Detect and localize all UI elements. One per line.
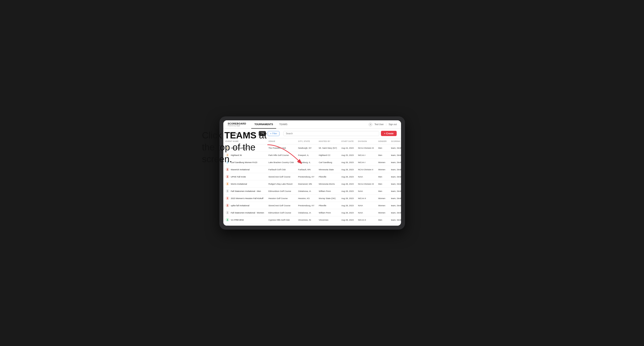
division-cell: NAIA (356, 173, 376, 180)
event-cell: Fall Statesmen Invitational - Women (226, 211, 264, 214)
event-name-text: Maverick Invitational (231, 168, 250, 171)
nav-tournaments[interactable]: TOURNAMENTS (251, 120, 276, 129)
col-scoring: SCORING (389, 139, 401, 144)
gender-cell: Men (376, 144, 389, 152)
gender-cell: Men (376, 173, 389, 180)
event-icon (226, 196, 230, 200)
division-cell: NICAA II (356, 195, 376, 202)
division-cell: NCAA Division II (356, 166, 376, 173)
gender-cell: Men (376, 152, 389, 159)
event-cell: 2023 Women's Hesston Fall Kickoff (226, 196, 264, 200)
nav-teams[interactable]: TEAMS (276, 120, 290, 129)
scoring-cell: team, Stroke Play (389, 195, 401, 202)
event-cell: Fall Statesmen Invitational - Men (226, 189, 264, 193)
hosted-by-cell: William Penn (316, 187, 339, 195)
event-name-cell: Fall Statesmen Invitational - Men (223, 187, 266, 195)
hosted-by-cell: Mt. Saint Mary (NY) (316, 144, 339, 152)
gender-cell: Women (376, 159, 389, 166)
gender-cell: Women (376, 223, 389, 226)
event-icon (226, 189, 230, 193)
gender-cell: Women (376, 202, 389, 209)
city-state-cell: Prestonsburg, KY (296, 173, 316, 180)
division-cell: NICAA I (356, 159, 376, 166)
brand-subtitle: Powered by clippit (228, 125, 246, 127)
start-date-cell: Aug 28, 2023 (339, 166, 356, 173)
svg-point-8 (227, 197, 228, 198)
division-cell: NICAA I (356, 223, 376, 226)
svg-point-9 (227, 204, 228, 205)
division-cell: NICAA I (356, 152, 376, 159)
brand-title: SCOREBOARD (228, 122, 246, 125)
hosted-by-cell: Vincennes (316, 216, 339, 223)
start-date-cell: Aug 26, 2023 (339, 159, 356, 166)
event-cell: Klash at Kokopelli (226, 225, 264, 226)
col-start-date: START DATE (339, 139, 356, 144)
division-cell: NCAA Division III (356, 144, 376, 152)
event-cell: upike fall invitational (226, 203, 264, 207)
table-row: 2023 Women's Hesston Fall Kickoff Hessto… (223, 195, 401, 202)
hosted-by-cell: Minnesota-Morris (316, 180, 339, 187)
top-nav: SCOREBOARD Powered by clippit TOURNAMENT… (223, 120, 401, 129)
scoring-cell: team, Stroke Play (389, 216, 401, 223)
event-name-cell: Fall Statesmen Invitational - Women (223, 209, 266, 216)
start-date-cell: Aug 28, 2023 (339, 180, 356, 187)
gender-cell: Women (376, 166, 389, 173)
scoring-cell: team, Stroke Play (389, 223, 401, 226)
division-cell: NAIA (356, 202, 376, 209)
svg-point-5 (227, 176, 228, 176)
event-icon (226, 225, 230, 226)
division-cell: NAIA (356, 209, 376, 216)
search-input[interactable] (283, 131, 379, 136)
event-icon (226, 182, 230, 186)
gender-cell: Men (376, 180, 389, 187)
event-name-cell: Maverick Invitational (223, 166, 266, 173)
scoring-cell: team, Stroke Play (389, 166, 401, 173)
event-icon (226, 168, 230, 171)
table-row: UPKE Fall Invite StoneCrest Golf CourseP… (223, 173, 401, 180)
event-name-text: UPKE Fall Invite (231, 175, 246, 178)
event-cell: Maverick Invitational (226, 168, 264, 171)
venue-cell: Cypress Hills Golf Club (266, 216, 296, 223)
nav-links: TOURNAMENTS TEAMS (251, 120, 369, 129)
hosted-by-cell: Carl Sandburg (316, 159, 339, 166)
event-name-text: Morris Invitational (231, 183, 247, 185)
hosted-by-cell: Minnesota State (316, 166, 339, 173)
brand: SCOREBOARD Powered by clippit (228, 122, 246, 127)
division-cell: NAIA (356, 187, 376, 195)
table-row: upike fall invitational StoneCrest Golf … (223, 202, 401, 209)
nav-signout[interactable]: Sign out (388, 123, 397, 126)
event-name-text: 2023 Women's Hesston Fall Kickoff (231, 197, 263, 199)
create-button[interactable]: + Create (381, 131, 397, 136)
city-state-cell: Prestonsburg, KY (296, 202, 316, 209)
gender-cell: Men (376, 187, 389, 195)
venue-cell: Edmundson Golf Course (266, 209, 296, 216)
city-state-cell: Oskaloosa, IA (296, 209, 316, 216)
col-division: DIVISION (356, 139, 376, 144)
annotation-text: Click TEAMS at the top of the screen. (202, 130, 276, 165)
annotation-bold: TEAMS (224, 130, 256, 140)
hosted-by-cell: Highland CC (316, 152, 339, 159)
hosted-by-cell: William Penn (316, 209, 339, 216)
venue-cell: Ruttger's Bay Lake Resort (266, 180, 296, 187)
venue-cell: StoneCrest Golf Course (266, 173, 296, 180)
event-name-text: Fall Statesmen Invitational - Men (231, 190, 261, 192)
settings-icon[interactable]: ⚙ (369, 123, 372, 126)
event-icon (226, 175, 230, 178)
scoring-cell: team, Stroke Play (389, 173, 401, 180)
event-name-cell: Morris Invitational (223, 180, 266, 187)
svg-point-6 (227, 183, 228, 184)
start-date-cell: Aug 28, 2023 (339, 202, 356, 209)
hosted-by-cell: Pikeville (316, 202, 339, 209)
annotation-arrow (265, 143, 318, 170)
start-date-cell: Aug 28, 2023 (339, 195, 356, 202)
venue-cell: StoneCrest Golf Course (266, 202, 296, 209)
hosted-by-cell: Pikeville (316, 173, 339, 180)
scoring-cell: team, Stroke Play (389, 209, 401, 216)
nav-user: Test User (374, 123, 384, 126)
start-date-cell: Aug 28, 2023 (339, 187, 356, 195)
event-cell: UPKE Fall Invite (226, 175, 264, 178)
svg-point-4 (227, 169, 228, 170)
scoring-cell: team, Stroke Play (389, 202, 401, 209)
gender-cell: Women (376, 195, 389, 202)
event-name-cell: 2023 Women's Hesston Fall Kickoff (223, 195, 266, 202)
